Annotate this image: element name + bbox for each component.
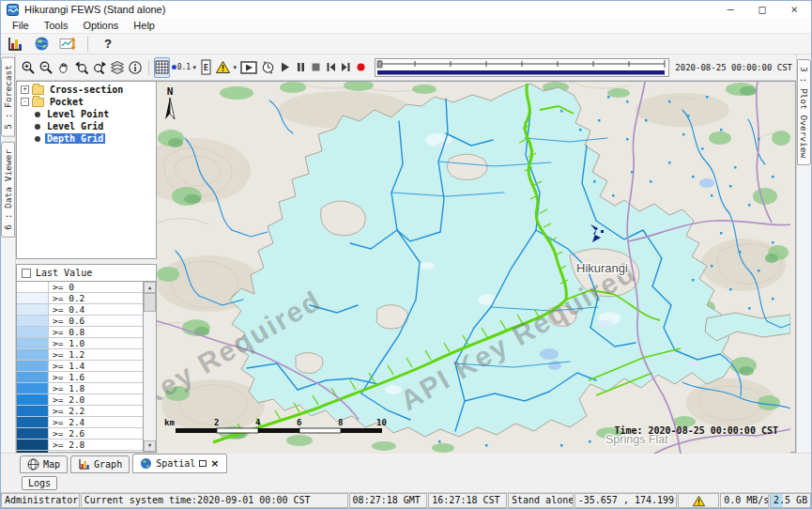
tab-maximize-icon[interactable] [199,460,207,467]
tree-item-cross-section[interactable]: + Cross-section [19,84,156,96]
legend-row: >= 2.6 [17,428,143,440]
legend-color-swatch [17,372,49,382]
tab-close-icon[interactable]: × [210,458,219,469]
tree-item-level-point[interactable]: Level Point [19,108,156,120]
legend-row-label: >= 1.8 [49,383,84,393]
pause-icon [295,61,307,73]
info-button[interactable] [127,57,144,78]
globe-icon [34,36,50,52]
legend-color-swatch [17,394,49,405]
scroll-up-button[interactable]: ▲ [144,282,156,293]
legend-row: >= 2.8 [17,440,143,451]
tree-item-label: Cross-section [48,85,125,95]
bullet-icon [35,136,40,142]
tab-map[interactable]: Map [20,455,68,473]
tab-plot-overview[interactable]: 3 : Plot Overview [797,59,811,165]
app-window: Hikurangi FEWS (Stand alone) — □ × File … [0,0,812,509]
stop-button[interactable] [309,57,323,78]
menu-tools[interactable]: Tools [38,19,75,32]
explorer-button[interactable] [31,35,52,54]
timeline-slider[interactable] [375,58,669,77]
legend-row: >= 2.2 [17,406,143,417]
tree-item-level-grid[interactable]: Level Grid [19,120,156,132]
legend-color-swatch [17,383,49,393]
legend-row-label: >= 2.2 [49,406,84,416]
pan-button[interactable] [55,57,72,78]
movie-icon [240,61,257,74]
marker-size-dropdown[interactable]: 0.1 ▼ [171,57,198,78]
status-bar: Administrator Current system time:2020-0… [1,492,811,508]
help-button[interactable]: ? [98,35,118,54]
scrollbar-track[interactable] [144,293,156,440]
tab-forecast[interactable]: 5 : Forecast [1,57,15,137]
zoom-previous-button[interactable] [73,57,90,78]
timeline-handle[interactable] [377,61,382,68]
map-canvas[interactable]: API Key Required API Key Required N km [157,82,790,454]
main-toolbar: ? [1,34,811,54]
map-view[interactable]: API Key Required API Key Required N km [157,81,796,453]
map-time-overlay: Time: 2020-08-25 00:00:00 CST [614,425,778,436]
expander-icon[interactable]: - [21,98,29,106]
minimize-button[interactable]: — [725,2,736,17]
step-start-button[interactable] [324,57,338,78]
legend-row-label: >= 0.6 [49,316,84,326]
close-button[interactable]: × [789,2,800,17]
wire-globe-icon [27,458,39,470]
database-button[interactable] [5,35,25,54]
step-end-button[interactable] [339,57,353,78]
tree-item-depth-grid[interactable]: Depth Grid [19,132,156,145]
expander-icon[interactable]: + [21,85,29,94]
maximize-button[interactable]: □ [757,2,768,17]
legend-row: >= 2.4 [17,417,143,428]
zoom-out-button[interactable] [38,57,54,78]
step-end-icon [340,61,352,73]
logs-button[interactable]: Logs [22,476,57,490]
tree-item-pocket[interactable]: - Pocket [19,96,156,108]
legend-row-label: >= 1.0 [49,338,84,348]
menu-options[interactable]: Options [76,19,125,32]
grid-toggle-button[interactable] [154,57,170,78]
scroll-down-button[interactable]: ▲ [144,440,156,452]
animation-clock-icon [260,59,276,75]
status-network-rate: 0.0 MB/s [720,493,769,508]
svg-text:8: 8 [338,418,343,427]
pause-button[interactable] [293,57,307,78]
scrollbar-thumb[interactable] [144,293,156,312]
zoom-next-button[interactable] [91,57,108,78]
legend-row: >= 1.8 [17,383,143,394]
tree-item-label: Level Grid [45,121,105,131]
svg-text:2: 2 [214,418,219,427]
menu-help[interactable]: Help [127,19,161,32]
svg-text:4: 4 [255,418,261,427]
legend-color-swatch [17,304,49,315]
tab-graph[interactable]: Graph [70,455,130,473]
frame-label-button[interactable]: E [199,57,213,78]
animation-settings-button[interactable] [259,57,277,78]
legend-row-label: >= 1.4 [49,361,84,371]
legend-color-swatch [17,293,49,303]
record-button[interactable] [354,57,368,78]
movie-export-button[interactable] [239,57,258,78]
warning-icon [215,60,231,74]
tab-data-viewer[interactable]: 6 : Data Viewer [1,142,15,238]
legend-scrollbar[interactable]: ▲ ▲ [144,282,156,452]
status-memory: 2.5 GB [770,493,811,508]
legend-row-label: >= 2.6 [49,428,84,439]
bar-chart-icon [78,458,90,470]
menu-file[interactable]: File [6,19,36,32]
play-button[interactable] [278,57,292,78]
layers-button[interactable] [109,57,126,78]
last-value-checkbox[interactable] [22,269,31,278]
status-warning-cell[interactable] [678,493,719,508]
step-start-icon [325,61,337,73]
database-bars-icon [7,36,23,52]
legend-row-label: >= 2.8 [49,440,84,450]
bullet-icon [35,124,40,130]
logs-row: Logs [1,473,811,492]
warning-dropdown[interactable]: ▼ [214,57,238,78]
globe-icon [140,457,152,470]
legend-row: >= 2.0 [17,394,143,406]
spatial-display-button[interactable] [57,35,78,54]
tab-spatial[interactable]: Spatial × [132,454,226,473]
zoom-in-button[interactable] [20,57,37,78]
